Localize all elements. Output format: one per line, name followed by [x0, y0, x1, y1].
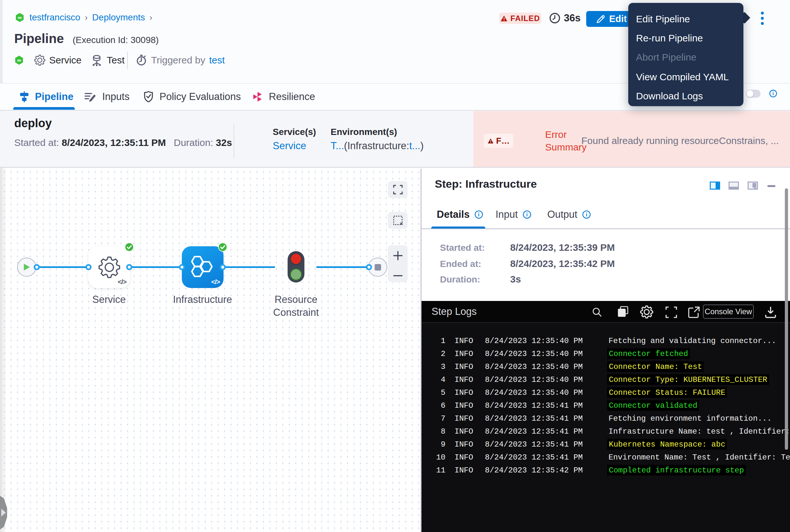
svg-text:∞: ∞	[17, 57, 21, 63]
svg-text:∞: ∞	[18, 15, 22, 21]
